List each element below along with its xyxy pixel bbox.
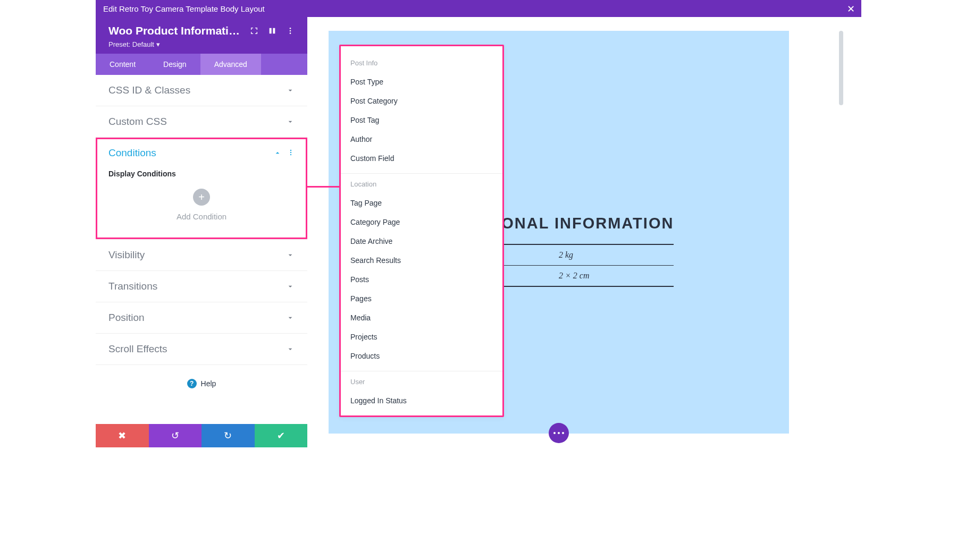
dropdown-item[interactable]: Post Tag <box>341 111 502 130</box>
highlight-connector <box>306 186 342 188</box>
dropdown-item[interactable]: Post Type <box>341 72 502 91</box>
svg-point-4 <box>290 152 291 153</box>
dropdown-group-label: Location <box>341 177 502 193</box>
panel-footer: ✖ ↺ ↻ ✔ <box>96 424 307 447</box>
acc-label: Transitions <box>108 281 286 292</box>
acc-label: Scroll Effects <box>108 343 286 355</box>
display-conditions-label: Display Conditions <box>108 169 295 178</box>
dropdown-item[interactable]: Category Page <box>341 213 502 232</box>
cell-val: 2 kg <box>559 244 674 266</box>
close-icon[interactable]: ✕ <box>847 3 855 15</box>
dropdown-item[interactable]: Search Results <box>341 251 502 270</box>
acc-conditions[interactable]: Conditions <box>96 138 307 168</box>
scrollbar[interactable] <box>839 31 843 105</box>
chevron-down-icon <box>286 345 295 353</box>
acc-css-id[interactable]: CSS ID & Classes <box>96 75 307 106</box>
redo-button[interactable]: ↻ <box>202 424 255 447</box>
dropdown-item[interactable]: Post Category <box>341 91 502 111</box>
tab-advanced[interactable]: Advanced <box>200 54 261 75</box>
acc-label: Conditions <box>108 147 273 159</box>
columns-icon[interactable] <box>268 27 276 35</box>
acc-conditions-section: Conditions Display Conditions + Add Cond… <box>96 138 307 240</box>
svg-point-5 <box>290 154 291 155</box>
acc-visibility[interactable]: Visibility <box>96 240 307 270</box>
settings-panel: Woo Product Information S... Preset: Def… <box>96 17 307 447</box>
dropdown-item[interactable]: Custom Field <box>341 149 502 168</box>
help-label: Help <box>201 379 216 388</box>
confirm-button[interactable]: ✔ <box>255 424 308 447</box>
dropdown-group-label: Post Info <box>341 56 502 72</box>
chevron-down-icon <box>286 117 295 126</box>
undo-button[interactable]: ↺ <box>149 424 202 447</box>
tabs: Content Design Advanced <box>96 54 307 75</box>
dropdown-item[interactable]: Products <box>341 346 502 366</box>
svg-point-0 <box>290 28 291 29</box>
acc-label: Position <box>108 312 286 324</box>
dropdown-item[interactable]: Date Archive <box>341 232 502 251</box>
dropdown-item[interactable]: Author <box>341 130 502 149</box>
title-bar: Edit Retro Toy Camera Template Body Layo… <box>96 0 861 17</box>
more-icon[interactable] <box>286 27 295 35</box>
acc-position[interactable]: Position <box>96 302 307 333</box>
tab-design[interactable]: Design <box>149 54 200 75</box>
chevron-down-icon <box>286 313 295 322</box>
dropdown-item[interactable]: Tag Page <box>341 193 502 213</box>
acc-label: Visibility <box>108 249 286 261</box>
add-condition-label: Add Condition <box>108 212 295 221</box>
chevron-down-icon <box>286 282 295 291</box>
chevron-up-icon <box>273 149 282 157</box>
expand-icon[interactable] <box>250 27 258 35</box>
acc-custom-css[interactable]: Custom CSS <box>96 106 307 137</box>
floating-action-button[interactable] <box>549 423 569 443</box>
dropdown-group-label: User <box>341 375 502 391</box>
acc-label: Custom CSS <box>108 116 286 128</box>
preset-selector[interactable]: Preset: Default ▾ <box>108 40 295 48</box>
accordion: CSS ID & Classes Custom CSS Conditions D… <box>96 75 307 424</box>
add-condition-button[interactable]: + <box>193 189 210 206</box>
dropdown-item[interactable]: Media <box>341 308 502 327</box>
panel-header: Woo Product Information S... Preset: Def… <box>96 17 307 54</box>
acc-more-icon[interactable] <box>287 147 295 159</box>
help-icon: ? <box>187 379 197 388</box>
acc-transitions[interactable]: Transitions <box>96 271 307 302</box>
tab-content[interactable]: Content <box>96 54 149 75</box>
dropdown-item[interactable]: Pages <box>341 289 502 308</box>
title-text: Edit Retro Toy Camera Template Body Layo… <box>103 4 265 13</box>
help-link[interactable]: ? Help <box>96 365 307 402</box>
svg-point-2 <box>290 32 291 34</box>
dropdown-item[interactable]: Posts <box>341 270 502 289</box>
acc-label: CSS ID & Classes <box>108 84 286 96</box>
cancel-button[interactable]: ✖ <box>96 424 149 447</box>
cell-val: 2 × 2 cm <box>559 266 674 287</box>
svg-point-1 <box>290 30 291 32</box>
conditions-dropdown: Post Info Post Type Post Category Post T… <box>339 45 504 417</box>
module-title: Woo Product Information S... <box>108 24 246 37</box>
dropdown-item[interactable]: Projects <box>341 327 502 346</box>
chevron-down-icon <box>286 86 295 95</box>
acc-scroll-effects[interactable]: Scroll Effects <box>96 334 307 364</box>
chevron-down-icon <box>286 251 295 259</box>
svg-point-3 <box>290 150 291 151</box>
dropdown-item[interactable]: Logged In Status <box>341 391 502 410</box>
